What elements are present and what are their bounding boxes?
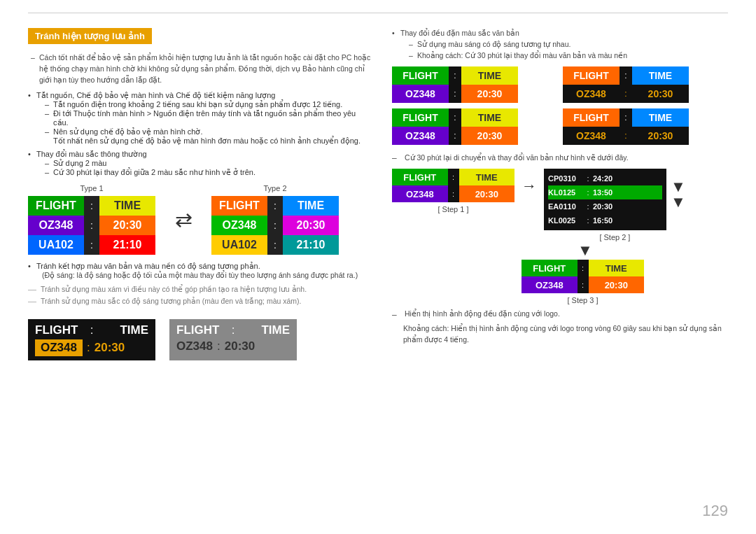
scroll-num-0: CP0310 bbox=[548, 174, 583, 183]
page-container: Tránh hiện tượng lưu ảnh Cách tốt nhất đ… bbox=[0, 0, 756, 534]
bullet2-sub2: Cứ 30 phút lại thay đổi giữa 2 màu sắc n… bbox=[36, 168, 371, 177]
black-board-num: OZ348 bbox=[35, 339, 83, 356]
grid-board4-header: FLIGHT : TIME bbox=[563, 108, 689, 127]
step2-box: CP0310 : 24:20 KL0125 : 13:50 EA0110 bbox=[544, 169, 686, 241]
type1-header-flight: FLIGHT bbox=[28, 196, 84, 216]
type2-section: Type 2 FLIGHT : TIME OZ348 : 20:30 bbox=[211, 184, 339, 255]
type2-oz-num: OZ348 bbox=[211, 216, 267, 235]
scroll-time-2: 20:30 bbox=[593, 202, 612, 211]
page-number: 129 bbox=[702, 502, 728, 520]
scroll-row-2: EA0110 : 20:30 bbox=[548, 199, 662, 213]
grid-board2-flight: FLIGHT bbox=[563, 66, 620, 85]
grid-board3-row-sep: : bbox=[449, 127, 461, 145]
type2-header-flight: FLIGHT bbox=[211, 196, 267, 216]
gray-board-flight: FLIGHT bbox=[176, 323, 229, 337]
down-arrows: ▼ ▼ bbox=[671, 179, 686, 230]
down-arrow-1: ▼ bbox=[671, 179, 686, 195]
step1-board-header: FLIGHT : TIME bbox=[392, 169, 514, 185]
step3-row-time: 20:30 bbox=[589, 276, 645, 293]
step1-box: FLIGHT : TIME OZ348 : 20:30 [ Step 1 ] bbox=[392, 169, 514, 213]
scroll-sep-1: : bbox=[583, 188, 593, 197]
grid-board4-sep: : bbox=[620, 108, 632, 127]
type2-label: Type 2 bbox=[263, 184, 286, 192]
bullet3-sub1: (Độ sáng: là độ sáng hoặc độ tối của một… bbox=[36, 271, 371, 279]
bullet2-main: Thay đổi màu sắc thông thường bbox=[36, 150, 147, 158]
type1-board: FLIGHT : TIME OZ348 : 20:30 UA102 : bbox=[28, 196, 155, 255]
type1-oz-num: OZ348 bbox=[28, 216, 84, 235]
grid-board3-flight: FLIGHT bbox=[392, 108, 449, 127]
step3-board: FLIGHT : TIME OZ348 : 20:30 bbox=[522, 260, 644, 293]
warn-line1: — Tránh sử dụng màu xám vì điều này có t… bbox=[28, 285, 371, 295]
grid-board3-num: OZ348 bbox=[392, 127, 449, 145]
grid-board3-time-label: TIME bbox=[461, 108, 518, 127]
type2-ua-sep: : bbox=[267, 235, 283, 255]
step1-flight: FLIGHT bbox=[392, 169, 448, 185]
type1-header-time: TIME bbox=[99, 196, 155, 216]
type2-oz-sep: : bbox=[267, 216, 283, 235]
grid-board2-row-time: 20:30 bbox=[632, 85, 689, 103]
warn-dash1: — bbox=[28, 285, 36, 295]
black-board-header: FLIGHT : TIME bbox=[35, 323, 148, 337]
right-sub2: Khoảng cách: Cứ 30 phút lại thay đổi màu… bbox=[400, 50, 728, 62]
section-title: Tránh hiện tượng lưu ảnh bbox=[28, 28, 152, 44]
warn-text2: Tránh sử dụng màu sắc có độ sáng tương p… bbox=[41, 297, 302, 305]
step3-board-header: FLIGHT : TIME bbox=[522, 260, 644, 276]
scroll-time-3: 16:50 bbox=[593, 216, 612, 225]
bottom-boards: FLIGHT : TIME OZ348 : 20:30 FLIGHT : bbox=[28, 319, 371, 360]
grid-board2-row-sep: : bbox=[620, 85, 632, 103]
grid-board3: FLIGHT : TIME OZ348 : 20:30 bbox=[392, 108, 518, 145]
step1-board-row: OZ348 : 20:30 bbox=[392, 185, 514, 202]
bottom-warn1: – Hiển thị hình ảnh động đều đặn cùng vớ… bbox=[392, 309, 728, 321]
scroll-time-1: 13:50 bbox=[593, 188, 612, 197]
type1-ua-sep: : bbox=[84, 235, 99, 255]
bullet3: Tránh kết hợp màu văn bản và màu nền có … bbox=[28, 262, 371, 279]
step3-board-row: OZ348 : 20:30 bbox=[522, 276, 644, 293]
step-dash-icon: – bbox=[392, 153, 400, 163]
gray-board-header: FLIGHT : TIME bbox=[176, 323, 290, 337]
grid-board3-sep: : bbox=[449, 108, 461, 127]
double-arrow-icon: ⇄ bbox=[175, 207, 192, 232]
type1-header: FLIGHT : TIME bbox=[28, 196, 155, 216]
type2-board: FLIGHT : TIME OZ348 : 20:30 UA102 : bbox=[211, 196, 339, 255]
type2-header-time: TIME bbox=[283, 196, 339, 216]
grid-board4-row-time: 20:30 bbox=[632, 127, 689, 145]
arrow-container: ⇄ bbox=[169, 184, 197, 255]
grid-board1-num: OZ348 bbox=[392, 85, 449, 103]
step1-board: FLIGHT : TIME OZ348 : 20:30 bbox=[392, 169, 514, 202]
grid-board4: FLIGHT : TIME OZ348 : 20:30 bbox=[563, 108, 689, 145]
grid-board2-sep: : bbox=[620, 66, 632, 85]
step3-down-arrow: ▼ bbox=[522, 241, 593, 260]
step2-content: CP0310 : 24:20 KL0125 : 13:50 EA0110 bbox=[544, 169, 686, 230]
bullet2: Thay đổi màu sắc thông thường Sử dụng 2 … bbox=[28, 150, 371, 177]
gray-board-time-label: TIME bbox=[237, 323, 290, 337]
right-bullet1-main: Thay đổi đều đặn màu sắc văn bản bbox=[400, 29, 519, 37]
bottom-dash1: – bbox=[392, 309, 400, 321]
scroll-row-3: KL0025 : 16:50 bbox=[548, 213, 662, 227]
step3-sep: : bbox=[578, 260, 589, 276]
step3-time-label: TIME bbox=[589, 260, 645, 276]
type1-oz-time: 20:30 bbox=[99, 216, 155, 235]
black-board-flight: FLIGHT bbox=[35, 323, 88, 337]
step3-box: FLIGHT : TIME OZ348 : 20:30 [ Step 3 ] bbox=[522, 260, 644, 304]
grid-board2-row: OZ348 : 20:30 bbox=[563, 85, 689, 103]
grid-board4-flight: FLIGHT bbox=[563, 108, 620, 127]
right-sub1: Sử dụng màu sáng có độ sáng tương tự nha… bbox=[400, 39, 728, 50]
grid-board4-time-label: TIME bbox=[632, 108, 689, 127]
grid-board1-header: FLIGHT : TIME bbox=[392, 66, 518, 85]
scroll-sep-3: : bbox=[583, 216, 593, 225]
gray-board: FLIGHT : TIME OZ348 : 20:30 bbox=[169, 319, 297, 360]
type2-header-sep: : bbox=[267, 196, 283, 216]
step-arrow1: → bbox=[522, 169, 537, 195]
bullet1-sub2: Đi tới Thuộc tính màn hình > Nguồn điện … bbox=[36, 109, 371, 127]
step3-row-sep: : bbox=[578, 276, 589, 293]
down-arrow-2: ▼ bbox=[671, 195, 686, 210]
scroll-row-0: CP0310 : 24:20 bbox=[548, 171, 662, 185]
black-board-time-label: TIME bbox=[96, 323, 148, 337]
step1-label: [ Step 1 ] bbox=[438, 205, 468, 213]
gray-board-row: OZ348 : 20:30 bbox=[176, 339, 290, 353]
bottom-text1: Hiển thị hình ảnh động đều đặn cùng với … bbox=[405, 309, 560, 320]
grid-board4-num: OZ348 bbox=[563, 127, 620, 145]
grid-board1-sep: : bbox=[449, 66, 461, 85]
bullet1-sub3: Nên sử dụng chế độ bảo vệ màn hình chờ. … bbox=[36, 127, 371, 146]
step3-label: [ Step 3 ] bbox=[567, 296, 598, 304]
